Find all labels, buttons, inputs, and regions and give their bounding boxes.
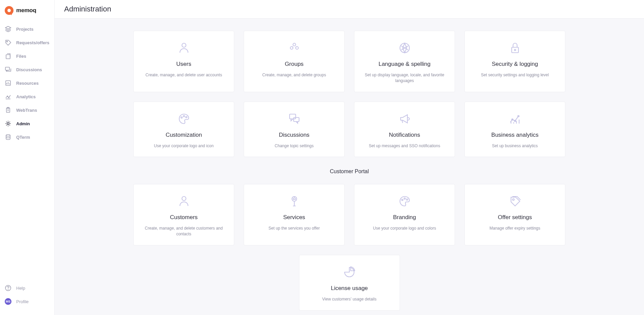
sidebar-item-label: WebTrans	[16, 108, 37, 113]
content-area: UsersCreate, manage, and delete user acc…	[55, 19, 644, 315]
palette-icon	[177, 111, 191, 126]
header: Administration	[55, 0, 644, 19]
card-description: Set up the services you offer	[269, 226, 320, 231]
trend-icon	[5, 93, 11, 100]
card-description: Set up display language, locale, and fav…	[361, 72, 448, 84]
admin-card-notifications[interactable]: NotificationsSet up messages and SSO not…	[354, 102, 455, 157]
sidebar-item-label: Discussions	[16, 67, 42, 72]
card-description: Set up business analytics	[492, 143, 538, 149]
files-icon	[5, 53, 11, 59]
admin-card-customization[interactable]: CustomizationUse your corporate logo and…	[133, 102, 234, 157]
card-grid: UsersCreate, manage, and delete user acc…	[133, 31, 565, 157]
tags-icon	[508, 194, 522, 209]
sidebar-item-admin[interactable]: Admin	[0, 117, 54, 130]
sidebar-item-discussions[interactable]: Discussions	[0, 63, 54, 76]
sidebar-nav: ProjectsRequests/offersFilesDiscussionsR…	[0, 20, 54, 281]
card-description: Use your corporate logo and colors	[373, 226, 436, 231]
card-title: Branding	[393, 214, 416, 221]
card-description: View customers' usage details	[322, 296, 377, 302]
admin-card-security[interactable]: Security & loggingSet security settings …	[464, 31, 565, 92]
brand-mark-icon	[5, 6, 14, 15]
card-title: Offer settings	[498, 214, 532, 221]
palette-icon	[397, 194, 412, 209]
card-title: Groups	[285, 61, 304, 68]
card-grid: License usageView customers' usage detai…	[133, 255, 565, 311]
tag-icon	[5, 39, 11, 46]
sidebar-item-qterm[interactable]: QTerm	[0, 130, 54, 144]
wrench-icon	[287, 194, 302, 209]
card-title: Discussions	[279, 132, 310, 138]
avatar: MS	[5, 298, 11, 305]
page-title: Administration	[64, 5, 635, 14]
card-description: Use your corporate logo and icon	[154, 143, 214, 149]
admin-card-biz-analytics[interactable]: Business analyticsSet up business analyt…	[464, 102, 565, 157]
card-title: Customization	[166, 132, 202, 138]
admin-card-license[interactable]: License usageView customers' usage detai…	[299, 255, 400, 311]
megaphone-icon	[397, 111, 412, 126]
sidebar-item-profile[interactable]: MSProfile	[0, 295, 54, 308]
gear-icon	[5, 120, 11, 127]
group-icon	[287, 41, 302, 55]
sidebar-item-label: Requests/offers	[16, 40, 49, 45]
sidebar-item-files[interactable]: Files	[0, 49, 54, 63]
card-title: Notifications	[389, 132, 420, 138]
card-description: Create, manage, and delete user accounts	[145, 72, 222, 78]
lock-icon	[508, 41, 522, 55]
section-title: Customer Portal	[133, 168, 565, 175]
help-icon	[5, 285, 11, 291]
sidebar: memoq ProjectsRequests/offersFilesDiscus…	[0, 0, 55, 315]
sidebar-item-label: Help	[16, 286, 25, 291]
pie-icon	[342, 265, 357, 280]
sidebar-item-help[interactable]: Help	[0, 281, 54, 295]
card-description: Set up messages and SSO notifications	[369, 143, 440, 149]
card-title: License usage	[331, 285, 368, 292]
card-title: Customers	[170, 214, 197, 221]
admin-card-customers[interactable]: CustomersCreate, manage, and delete cust…	[133, 184, 234, 245]
globe-icon	[397, 41, 412, 55]
sidebar-item-requests[interactable]: Requests/offers	[0, 36, 54, 49]
admin-card-discussions[interactable]: DiscussionsChange topic settings	[244, 102, 345, 157]
admin-card-language[interactable]: Language & spellingSet up display langua…	[354, 31, 455, 92]
card-description: Change topic settings	[275, 143, 314, 149]
database-icon	[5, 134, 11, 140]
admin-card-offer-settings[interactable]: Offer settingsManage offer expiry settin…	[464, 184, 565, 245]
sidebar-item-label: Files	[16, 54, 26, 59]
sidebar-item-label: Admin	[16, 121, 30, 126]
chart-icon	[5, 80, 11, 86]
card-description: Create, manage, and delete customers and…	[140, 226, 227, 237]
sidebar-item-projects[interactable]: Projects	[0, 22, 54, 36]
sidebar-item-label: Resources	[16, 81, 38, 86]
sidebar-item-analytics[interactable]: Analytics	[0, 90, 54, 103]
admin-card-services[interactable]: ServicesSet up the services you offer	[244, 184, 345, 245]
sidebar-bottom: HelpMSProfile	[0, 281, 54, 311]
analytics-icon	[508, 111, 522, 126]
sidebar-item-label: Analytics	[16, 94, 36, 99]
card-description: Manage offer expiry settings	[489, 226, 540, 231]
sidebar-item-label: QTerm	[16, 135, 30, 140]
main: Administration UsersCreate, manage, and …	[55, 0, 644, 315]
sidebar-item-webtrans[interactable]: WebTrans	[0, 103, 54, 117]
clipboard-icon	[5, 107, 11, 113]
layers-icon	[5, 26, 11, 32]
admin-card-branding[interactable]: BrandingUse your corporate logo and colo…	[354, 184, 455, 245]
card-description: Set security settings and logging level	[481, 72, 549, 78]
user-icon	[177, 194, 191, 209]
sidebar-item-label: Projects	[16, 27, 33, 32]
card-description: Create, manage, and delete groups	[262, 72, 326, 78]
sidebar-item-resources[interactable]: Resources	[0, 76, 54, 90]
chat-icon	[5, 66, 11, 73]
admin-card-groups[interactable]: GroupsCreate, manage, and delete groups	[244, 31, 345, 92]
admin-card-users[interactable]: UsersCreate, manage, and delete user acc…	[133, 31, 234, 92]
sidebar-item-label: Profile	[16, 299, 29, 304]
card-title: Business analytics	[491, 132, 539, 138]
card-grid: CustomersCreate, manage, and delete cust…	[133, 184, 565, 245]
brand-logo[interactable]: memoq	[0, 4, 54, 20]
card-title: Security & logging	[492, 61, 538, 68]
card-title: Language & spelling	[378, 61, 430, 68]
card-title: Users	[176, 61, 191, 68]
discuss-icon	[287, 111, 302, 126]
user-icon	[177, 41, 191, 55]
brand-name: memoq	[16, 7, 36, 14]
card-title: Services	[283, 214, 305, 221]
